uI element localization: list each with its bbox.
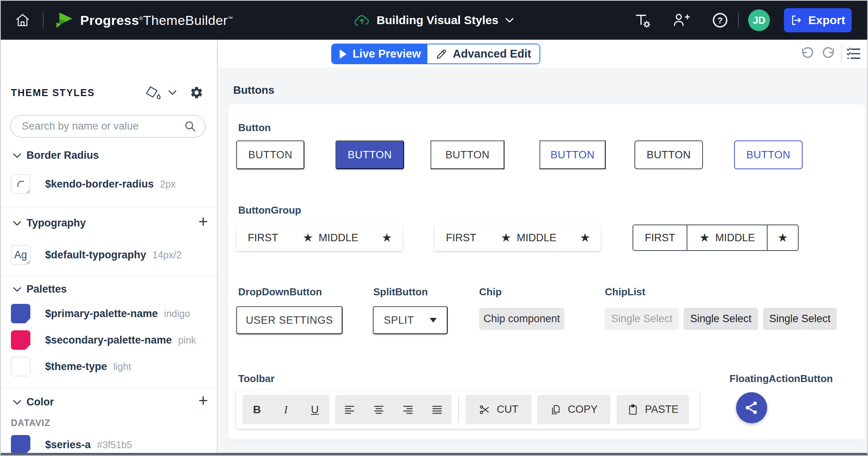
chevron-down-icon[interactable] bbox=[168, 84, 177, 101]
button-section-label: Button bbox=[238, 122, 271, 134]
search-icon[interactable] bbox=[184, 120, 197, 133]
group-button-star[interactable]: ★ bbox=[767, 225, 798, 250]
color-swatch bbox=[11, 304, 30, 323]
group-button-middle[interactable]: ★MIDDLE bbox=[488, 224, 569, 251]
progress-logo-icon bbox=[55, 11, 74, 29]
align-right-icon bbox=[402, 405, 414, 415]
button-flat[interactable]: BUTTON bbox=[430, 140, 504, 169]
paste-button[interactable]: PASTE bbox=[617, 395, 689, 424]
undo-icon bbox=[800, 47, 814, 61]
group-button-middle[interactable]: ★MIDDLE bbox=[290, 224, 371, 251]
search-input[interactable] bbox=[10, 115, 206, 138]
sidebar-divider bbox=[1, 207, 217, 207]
floating-action-button[interactable] bbox=[736, 392, 767, 423]
align-right-button[interactable] bbox=[394, 395, 423, 424]
live-preview-tab[interactable]: Live Preview bbox=[332, 44, 427, 63]
chevron-down-icon bbox=[12, 220, 22, 226]
group-button-first[interactable]: FIRST bbox=[434, 224, 488, 251]
bold-button[interactable]: B bbox=[242, 395, 271, 424]
preview-toolbar: Live Preview Advanced Edit bbox=[218, 40, 867, 68]
dropdownbutton-section-label: DropDownButton bbox=[238, 286, 322, 298]
style-item-typography[interactable]: Ag $default-typography 14px/2 bbox=[11, 244, 213, 265]
align-justify-icon bbox=[431, 405, 443, 415]
button-outline-primary[interactable]: BUTTON bbox=[734, 140, 803, 169]
checklist-icon bbox=[846, 47, 861, 61]
chevron-down-icon bbox=[12, 286, 22, 293]
svg-text:?: ? bbox=[717, 16, 723, 25]
button-group-2: FIRST ★MIDDLE ★ bbox=[434, 224, 601, 251]
align-center-button[interactable] bbox=[364, 395, 394, 424]
group-button-first[interactable]: FIRST bbox=[236, 224, 290, 251]
caret-down-icon bbox=[430, 318, 437, 323]
style-item-series-a[interactable]: $series-a #3f51b5 bbox=[11, 434, 213, 455]
style-item-primary-palette[interactable]: $primary-palette-name indigo bbox=[11, 303, 213, 324]
align-left-button[interactable] bbox=[335, 395, 364, 424]
help-icon: ? bbox=[712, 12, 728, 28]
sidebar-divider bbox=[1, 276, 217, 276]
scissors-icon bbox=[479, 404, 490, 416]
copy-button[interactable]: COPY bbox=[537, 395, 610, 424]
group-button-middle[interactable]: ★MIDDLE bbox=[687, 225, 767, 250]
invite-user-button[interactable] bbox=[673, 12, 690, 29]
top-bar-actions: ? JD Export bbox=[634, 1, 852, 40]
theme-styles-sidebar: THEME STYLES bbox=[1, 40, 218, 453]
button-primary[interactable]: BUTTON bbox=[336, 140, 404, 169]
settings-gear-icon[interactable] bbox=[188, 84, 205, 101]
copy-icon bbox=[550, 404, 562, 416]
toolbar-section-label: Toolbar bbox=[238, 373, 274, 385]
share-icon bbox=[743, 400, 760, 416]
dropdown-button[interactable]: USER SETTINGS bbox=[236, 306, 343, 334]
add-typography-button[interactable]: + bbox=[195, 215, 211, 229]
button-flat-primary[interactable]: BUTTON bbox=[539, 140, 606, 169]
align-justify-button[interactable] bbox=[422, 395, 452, 424]
pencil-icon bbox=[436, 48, 447, 60]
fill-tools-button[interactable] bbox=[144, 84, 162, 101]
style-item-theme-type[interactable]: $theme-type light bbox=[11, 356, 213, 377]
section-border-radius-header[interactable]: Border Radius bbox=[12, 149, 99, 161]
cut-button[interactable]: CUT bbox=[466, 395, 532, 424]
advanced-edit-tab[interactable]: Advanced Edit bbox=[427, 44, 539, 63]
chevron-down-icon bbox=[12, 153, 22, 159]
undo-button[interactable] bbox=[799, 46, 815, 61]
preview-toolbar-divider bbox=[841, 44, 842, 63]
style-item-secondary-palette[interactable]: $secondary-palette-name pink bbox=[11, 330, 213, 351]
help-button[interactable]: ? bbox=[712, 12, 729, 29]
changes-list-button[interactable] bbox=[846, 46, 861, 61]
sidebar-title: THEME STYLES bbox=[11, 87, 95, 98]
italic-button[interactable]: I bbox=[271, 395, 300, 424]
add-color-button[interactable]: + bbox=[195, 394, 211, 408]
button-group-3-outline: FIRST ★MIDDLE ★ bbox=[633, 224, 799, 251]
group-button-star[interactable]: ★ bbox=[371, 224, 402, 251]
chip-component[interactable]: Chip component bbox=[479, 308, 564, 330]
home-button[interactable] bbox=[14, 12, 31, 29]
chiplist-chip[interactable]: Single Select bbox=[763, 308, 837, 330]
chiplist-section-label: ChipList bbox=[605, 286, 645, 298]
section-color-header[interactable]: Color bbox=[12, 396, 54, 408]
split-button[interactable]: SPLIT bbox=[373, 306, 448, 334]
style-item-border-radius[interactable]: $kendo-border-radius 2px bbox=[11, 174, 213, 195]
group-button-star[interactable]: ★ bbox=[569, 224, 601, 251]
redo-button[interactable] bbox=[821, 46, 837, 61]
clipboard-icon bbox=[627, 404, 639, 416]
brand-wordmark: Progress®ThemeBuilder™ bbox=[80, 13, 233, 28]
top-bar-divider-2 bbox=[738, 12, 739, 28]
section-palettes-header[interactable]: Palettes bbox=[12, 283, 67, 295]
chip-section-label: Chip bbox=[479, 286, 502, 298]
typography-settings-button[interactable] bbox=[634, 12, 651, 29]
group-button-first[interactable]: FIRST bbox=[633, 225, 687, 250]
themebuilder-window: Progress®ThemeBuilder™ Building Visual S… bbox=[0, 0, 868, 456]
button-base[interactable]: BUTTON bbox=[236, 140, 304, 169]
user-avatar[interactable]: JD bbox=[748, 9, 770, 31]
export-button[interactable]: Export bbox=[784, 8, 852, 32]
section-typography-header[interactable]: Typography bbox=[12, 217, 86, 229]
toolbar-separator bbox=[458, 397, 459, 422]
button-outline[interactable]: BUTTON bbox=[634, 140, 703, 169]
chiplist-chip-disabled[interactable]: Single Select bbox=[604, 308, 679, 330]
underline-button[interactable]: U bbox=[300, 395, 329, 424]
typography-preview-icon: Ag bbox=[11, 245, 30, 265]
star-icon: ★ bbox=[580, 232, 590, 244]
fab-section-label: FloatingActionButton bbox=[729, 373, 833, 385]
sidebar-divider bbox=[1, 388, 217, 388]
chiplist-chip[interactable]: Single Select bbox=[684, 308, 758, 330]
format-button-group: B I U bbox=[242, 395, 329, 424]
